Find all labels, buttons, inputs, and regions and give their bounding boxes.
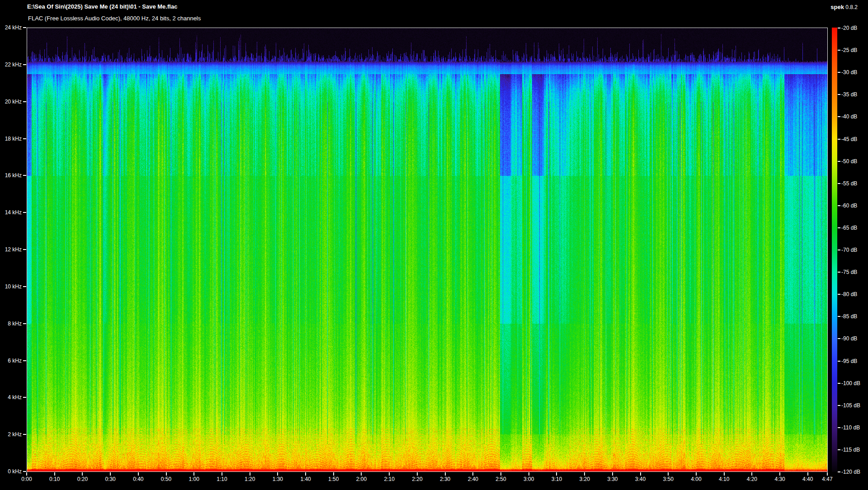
time-tick-label: 3:30 [601, 476, 624, 483]
db-tick [838, 250, 840, 250]
colorbar-gradient [832, 28, 837, 472]
time-tick-label: 3:50 [656, 476, 680, 483]
db-tick-label: -110 dB [841, 424, 860, 431]
freq-tick-label: 10 kHz [0, 283, 22, 290]
time-tick [779, 472, 780, 476]
time-tick [82, 472, 83, 476]
time-tick [389, 472, 390, 476]
spectrogram-canvas [27, 28, 827, 471]
db-tick [838, 449, 840, 450]
db-tick [838, 205, 840, 206]
freq-tick [23, 212, 26, 213]
spek-window: E:\Sea Of Sin\(2025) Save Me (24 bit)\01… [0, 0, 868, 490]
freq-tick-label: 8 kHz [0, 320, 22, 327]
time-tick [417, 472, 418, 476]
time-tick [724, 472, 725, 476]
db-tick-label: -80 dB [841, 291, 857, 298]
time-tick [193, 472, 194, 476]
time-tick-label: 2:00 [349, 476, 373, 483]
time-tick-label: 0:10 [43, 476, 66, 483]
file-info: FLAC (Free Lossless Audio Codec), 48000 … [28, 15, 201, 22]
time-tick-label: 1:00 [182, 476, 206, 483]
time-tick-label: 0:00 [15, 476, 38, 483]
time-tick [584, 472, 585, 476]
time-tick-label: 3:40 [629, 476, 652, 483]
time-tick [751, 472, 752, 476]
time-tick [696, 472, 697, 476]
time-tick [528, 472, 529, 476]
time-tick-label: 1:10 [210, 476, 234, 483]
page-title: E:\Sea Of Sin\(2025) Save Me (24 bit)\01… [27, 3, 177, 10]
time-tick [305, 472, 306, 476]
freq-tick-label: 24 kHz [0, 24, 22, 31]
db-tick-label: -60 dB [841, 202, 857, 209]
freq-tick [23, 434, 26, 435]
time-tick [333, 472, 334, 476]
db-tick [838, 405, 840, 406]
db-tick-label: -40 dB [841, 113, 857, 120]
db-tick [838, 294, 840, 295]
db-tick [838, 427, 840, 428]
time-tick-label: 4:30 [768, 476, 792, 483]
freq-tick-label: 4 kHz [0, 394, 22, 401]
db-tick-label: -20 dB [841, 24, 857, 32]
time-tick [54, 472, 55, 476]
db-tick [838, 116, 840, 117]
time-tick-label: 4:20 [740, 476, 764, 483]
db-tick-label: -70 dB [841, 246, 857, 254]
time-tick-label: 4:00 [684, 476, 708, 483]
db-tick-label: -90 dB [841, 335, 857, 342]
time-tick [222, 472, 222, 476]
freq-tick-label: 16 kHz [0, 172, 22, 179]
freq-tick-label: 14 kHz [0, 209, 22, 216]
time-tick-label: 0:30 [99, 476, 122, 483]
db-tick [838, 94, 840, 95]
time-tick-label: 2:30 [434, 476, 457, 483]
time-tick [138, 472, 139, 476]
time-tick [250, 472, 250, 476]
time-tick [668, 472, 669, 476]
spectrogram-plot [27, 28, 828, 472]
freq-tick-label: 18 kHz [0, 135, 22, 142]
db-tick-label: -30 dB [841, 69, 857, 76]
time-tick [612, 472, 613, 476]
time-tick [500, 472, 501, 476]
time-tick [827, 472, 828, 476]
db-tick [838, 72, 840, 73]
time-tick-label: 2:40 [461, 476, 485, 483]
db-tick-label: -85 dB [841, 313, 857, 320]
db-tick [838, 471, 840, 472]
time-tick [556, 472, 557, 476]
db-tick-label: -35 dB [841, 91, 857, 98]
freq-tick [23, 397, 26, 398]
freq-tick [23, 360, 26, 361]
time-tick-label: 2:50 [489, 476, 513, 483]
db-tick [838, 338, 840, 339]
freq-tick [23, 471, 26, 472]
db-tick-label: -100 dB [841, 380, 860, 387]
freq-tick [23, 101, 26, 102]
time-tick-label: 0:40 [127, 476, 150, 483]
db-tick [838, 28, 840, 28]
db-tick-label: -120 dB [841, 468, 860, 476]
db-tick-label: -105 dB [841, 402, 860, 409]
time-tick-label: 4:10 [712, 476, 736, 483]
time-tick [640, 472, 641, 476]
time-tick [26, 472, 27, 476]
db-tick [838, 272, 840, 273]
freq-tick-label: 2 kHz [0, 431, 22, 438]
time-tick-label: 0:50 [155, 476, 178, 483]
freq-tick-label: 0 kHz [0, 468, 22, 475]
db-tick-label: -45 dB [841, 136, 857, 143]
freq-tick [23, 64, 26, 65]
time-tick [361, 472, 362, 476]
db-tick-label: -115 dB [841, 446, 860, 453]
db-tick [838, 383, 840, 384]
time-tick-label: 3:00 [517, 476, 541, 483]
time-tick-label: 3:10 [545, 476, 568, 483]
freq-tick-label: 20 kHz [0, 98, 22, 105]
time-tick-label: 1:40 [294, 476, 317, 483]
time-tick-label: 1:50 [322, 476, 345, 483]
time-tick-label: 4:47 [816, 476, 839, 483]
time-tick-label: 1:30 [266, 476, 289, 483]
